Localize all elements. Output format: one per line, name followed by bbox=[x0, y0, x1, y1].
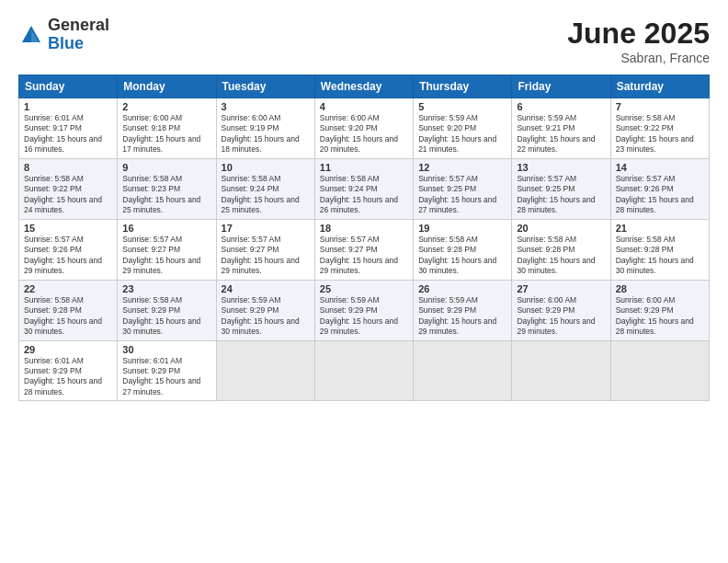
day-2: 2 Sunrise: 6:00 AMSunset: 9:18 PMDayligh… bbox=[118, 98, 216, 159]
logo-icon bbox=[18, 22, 44, 48]
logo: General Blue bbox=[18, 17, 109, 53]
day-22: 22 Sunrise: 5:58 AMSunset: 9:28 PMDaylig… bbox=[19, 280, 118, 340]
col-tuesday: Tuesday bbox=[216, 75, 314, 98]
page: General Blue June 2025 Sabran, France Su… bbox=[0, 0, 728, 410]
day-24: 24 Sunrise: 5:59 AMSunset: 9:29 PMDaylig… bbox=[216, 280, 314, 340]
location: Sabran, France bbox=[567, 51, 710, 65]
week-3: 15 Sunrise: 5:57 AMSunset: 9:26 PMDaylig… bbox=[19, 219, 710, 280]
logo-text: General Blue bbox=[48, 17, 109, 53]
day-5: 5 Sunrise: 5:59 AMSunset: 9:20 PMDayligh… bbox=[414, 98, 512, 159]
empty-cell bbox=[314, 340, 413, 401]
col-friday: Friday bbox=[512, 75, 610, 98]
day-10: 10 Sunrise: 5:58 AMSunset: 9:24 PMDaylig… bbox=[216, 158, 314, 219]
day-26: 26 Sunrise: 5:59 AMSunset: 9:29 PMDaylig… bbox=[414, 280, 512, 340]
day-6: 6 Sunrise: 5:59 AMSunset: 9:21 PMDayligh… bbox=[512, 98, 610, 159]
day-8: 8 Sunrise: 5:58 AMSunset: 9:22 PMDayligh… bbox=[19, 158, 118, 219]
title-block: June 2025 Sabran, France bbox=[567, 17, 710, 65]
day-11: 11 Sunrise: 5:58 AMSunset: 9:24 PMDaylig… bbox=[314, 158, 413, 219]
day-15: 15 Sunrise: 5:57 AMSunset: 9:26 PMDaylig… bbox=[19, 219, 118, 280]
col-monday: Monday bbox=[118, 75, 216, 98]
day-23: 23 Sunrise: 5:58 AMSunset: 9:29 PMDaylig… bbox=[118, 280, 216, 340]
week-4: 22 Sunrise: 5:58 AMSunset: 9:28 PMDaylig… bbox=[19, 280, 710, 340]
empty-cell bbox=[512, 340, 610, 401]
week-5: 29 Sunrise: 6:01 AMSunset: 9:29 PMDaylig… bbox=[19, 340, 710, 401]
day-3: 3 Sunrise: 6:00 AMSunset: 9:19 PMDayligh… bbox=[216, 98, 314, 159]
day-20: 20 Sunrise: 5:58 AMSunset: 9:28 PMDaylig… bbox=[512, 219, 610, 280]
day-17: 17 Sunrise: 5:57 AMSunset: 9:27 PMDaylig… bbox=[216, 219, 314, 280]
day-25: 25 Sunrise: 5:59 AMSunset: 9:29 PMDaylig… bbox=[314, 280, 413, 340]
empty-cell bbox=[610, 340, 709, 401]
day-12: 12 Sunrise: 5:57 AMSunset: 9:25 PMDaylig… bbox=[414, 158, 512, 219]
day-4: 4 Sunrise: 6:00 AMSunset: 9:20 PMDayligh… bbox=[314, 98, 413, 159]
day-19: 19 Sunrise: 5:58 AMSunset: 9:28 PMDaylig… bbox=[414, 219, 512, 280]
logo-general: General bbox=[48, 17, 109, 35]
day-27: 27 Sunrise: 6:00 AMSunset: 9:29 PMDaylig… bbox=[512, 280, 610, 340]
col-wednesday: Wednesday bbox=[314, 75, 413, 98]
month-title: June 2025 bbox=[567, 17, 710, 51]
calendar: Sunday Monday Tuesday Wednesday Thursday… bbox=[18, 75, 710, 401]
empty-cell bbox=[216, 340, 314, 401]
header: General Blue June 2025 Sabran, France bbox=[18, 17, 710, 65]
day-29: 29 Sunrise: 6:01 AMSunset: 9:29 PMDaylig… bbox=[19, 340, 118, 401]
logo-blue: Blue bbox=[48, 35, 109, 53]
col-thursday: Thursday bbox=[414, 75, 512, 98]
day-7: 7 Sunrise: 5:58 AMSunset: 9:22 PMDayligh… bbox=[610, 98, 709, 159]
day-1: 1 Sunrise: 6:01 AMSunset: 9:17 PMDayligh… bbox=[19, 98, 118, 159]
day-28: 28 Sunrise: 6:00 AMSunset: 9:29 PMDaylig… bbox=[610, 280, 709, 340]
day-13: 13 Sunrise: 5:57 AMSunset: 9:25 PMDaylig… bbox=[512, 158, 610, 219]
day-9: 9 Sunrise: 5:58 AMSunset: 9:23 PMDayligh… bbox=[118, 158, 216, 219]
header-row: Sunday Monday Tuesday Wednesday Thursday… bbox=[19, 75, 710, 98]
day-18: 18 Sunrise: 5:57 AMSunset: 9:27 PMDaylig… bbox=[314, 219, 413, 280]
day-16: 16 Sunrise: 5:57 AMSunset: 9:27 PMDaylig… bbox=[118, 219, 216, 280]
col-sunday: Sunday bbox=[19, 75, 118, 98]
week-2: 8 Sunrise: 5:58 AMSunset: 9:22 PMDayligh… bbox=[19, 158, 710, 219]
week-1: 1 Sunrise: 6:01 AMSunset: 9:17 PMDayligh… bbox=[19, 98, 710, 159]
day-14: 14 Sunrise: 5:57 AMSunset: 9:26 PMDaylig… bbox=[610, 158, 709, 219]
col-saturday: Saturday bbox=[610, 75, 709, 98]
empty-cell bbox=[414, 340, 512, 401]
day-21: 21 Sunrise: 5:58 AMSunset: 9:28 PMDaylig… bbox=[610, 219, 709, 280]
day-30: 30 Sunrise: 6:01 AMSunset: 9:29 PMDaylig… bbox=[118, 340, 216, 401]
